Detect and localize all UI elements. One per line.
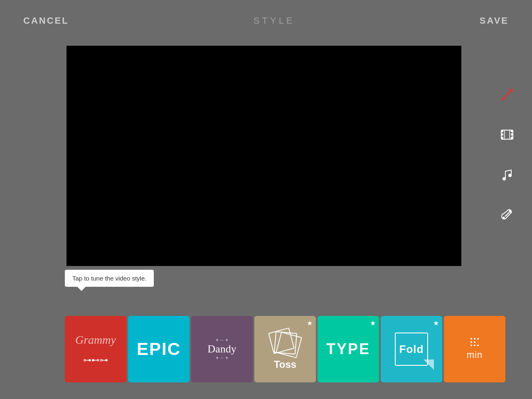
svg-point-15: [508, 174, 512, 177]
mini-dots: [470, 338, 479, 346]
video-preview: [66, 46, 461, 266]
wand-icon[interactable]: [500, 87, 515, 102]
style-card-epic[interactable]: EPIC: [128, 316, 190, 382]
dandy-ornament-bottom: ✦ ─ ✦: [215, 355, 229, 361]
svg-rect-11: [511, 137, 513, 139]
mini-dot-row-1: [470, 338, 479, 340]
fold-label: Fold: [399, 343, 424, 356]
save-button[interactable]: SAVE: [480, 15, 509, 26]
fold-square: Fold: [395, 332, 428, 366]
style-card-dandy[interactable]: ✦ ─ ✦ Dandy ✦ ─ ✦: [191, 316, 253, 382]
style-card-grammy[interactable]: Grammy ⊶⊷⊶: [65, 316, 126, 382]
style-card-fold[interactable]: ★ Fold: [381, 316, 442, 382]
page-title: STYLE: [254, 15, 295, 26]
fold-corner-icon: [424, 360, 434, 370]
mini-dot: [477, 338, 479, 340]
style-card-type[interactable]: ★ TYPE: [318, 316, 379, 382]
svg-line-0: [503, 90, 512, 99]
mini-dot: [474, 338, 475, 340]
epic-label: EPIC: [137, 339, 181, 359]
style-card-toss[interactable]: ★ Toss: [254, 316, 316, 382]
mini-dot: [474, 341, 475, 343]
grammy-label: Grammy: [75, 333, 116, 347]
svg-rect-10: [511, 133, 513, 135]
right-toolbar: [495, 46, 520, 222]
svg-rect-7: [501, 133, 503, 135]
tooltip: Tap to tune the video style.: [65, 270, 154, 287]
style-carousel: Grammy ⊶⊷⊶ EPIC ✦ ─ ✦ Dandy ✦ ─ ✦ ★ Toss…: [65, 316, 505, 382]
type-star-badge: ★: [370, 319, 376, 327]
wrench-icon[interactable]: [500, 207, 515, 222]
music-icon[interactable]: [500, 167, 515, 182]
header: CANCEL STYLE SAVE: [0, 0, 532, 42]
mini-dot-row-2: [470, 341, 475, 343]
toss-star-badge: ★: [307, 319, 313, 327]
toss-label: Toss: [274, 359, 296, 370]
svg-point-16: [503, 217, 505, 219]
style-card-mini[interactable]: min: [444, 316, 505, 382]
fold-star-badge: ★: [433, 319, 439, 327]
svg-rect-8: [501, 137, 503, 139]
dandy-ornament-top: ✦ ─ ✦: [215, 337, 229, 343]
svg-rect-9: [511, 130, 513, 132]
mini-dot: [470, 345, 472, 346]
svg-point-14: [502, 177, 506, 180]
dandy-label: Dandy: [207, 343, 236, 355]
mini-dot: [474, 345, 475, 346]
toss-inner: Toss: [271, 328, 300, 370]
tooltip-text: Tap to tune the video style.: [72, 275, 146, 282]
type-label: TYPE: [326, 340, 370, 358]
mini-label: min: [467, 350, 483, 360]
cancel-button[interactable]: CANCEL: [23, 15, 69, 26]
grammy-eq-icon: ⊶⊷⊶: [83, 355, 108, 365]
mini-dot: [470, 338, 472, 340]
film-icon[interactable]: [500, 127, 515, 142]
svg-rect-6: [501, 130, 503, 132]
toss-frames: [271, 328, 300, 357]
mini-dot: [470, 341, 472, 343]
mini-dot: [477, 345, 479, 346]
mini-dot-row-3: [470, 345, 479, 346]
